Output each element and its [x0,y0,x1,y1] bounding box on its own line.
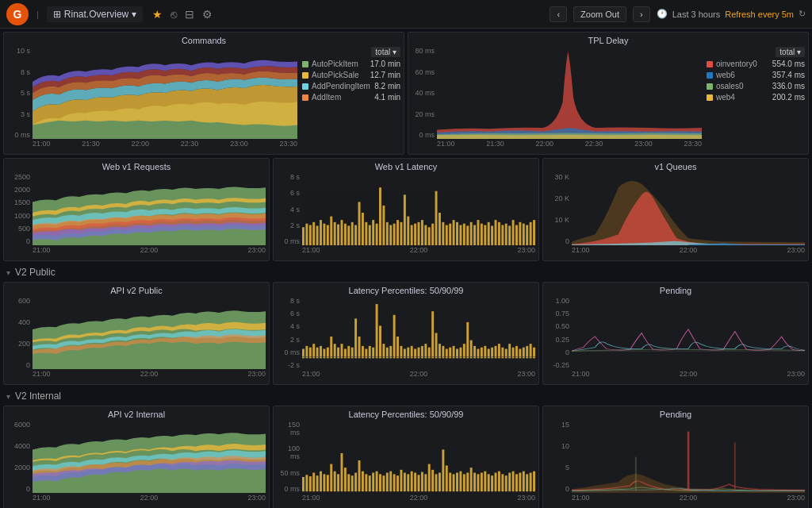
zoom-out-button[interactable]: Zoom Out [573,6,626,22]
svg-rect-168 [414,473,416,492]
nav-separator: | [36,10,39,19]
api-v2-int-xaxis: 21:00 22:00 23:00 [7,494,266,502]
svg-rect-102 [424,344,427,358]
svg-rect-167 [411,471,413,491]
svg-rect-46 [463,224,465,245]
v2-public-section-header[interactable]: ▾ V2 Public [3,264,809,280]
svg-rect-123 [498,344,500,358]
row-top: Commands 10 s 8 s 5 s 3 s 0 ms [3,32,809,155]
svg-rect-15 [354,225,357,245]
svg-rect-39 [439,213,441,245]
api-v2-pub-yaxis: 600 400 200 0 [7,297,33,369]
web-v1-lat-xaxis: 21:00 22:00 23:00 [277,246,535,254]
svg-rect-80 [347,346,350,358]
tpl-legend-total[interactable]: total ▾ [776,47,805,57]
svg-rect-181 [459,471,462,491]
svg-rect-155 [369,475,371,491]
svg-rect-151 [354,473,357,492]
lat-pct-pub-xaxis: 21:00 22:00 23:00 [277,370,535,378]
svg-rect-86 [369,346,371,358]
svg-rect-75 [330,337,332,358]
svg-rect-193 [501,474,504,491]
svg-rect-119 [484,346,486,358]
svg-rect-188 [484,471,486,491]
svg-rect-106 [439,344,441,358]
svg-rect-68 [305,346,308,358]
pending-pub-title: Pending [546,286,805,295]
svg-rect-26 [393,224,396,245]
svg-rect-24 [386,222,389,245]
svg-rect-60 [512,220,515,245]
row-v2-public: API v2 Public 600 400 200 0 [3,282,809,385]
svg-rect-201 [530,473,532,492]
zoom-prev-button[interactable]: ‹ [550,6,567,22]
svg-rect-2 [309,225,312,245]
svg-rect-65 [530,222,532,245]
pending-int-xaxis: 21:00 22:00 23:00 [546,494,805,502]
svg-rect-159 [382,475,385,491]
svg-rect-34 [421,220,423,245]
dashboard-body: Commands 10 s 8 s 5 s 3 s 0 ms [0,29,812,508]
svg-rect-7 [327,225,329,245]
svg-rect-8 [330,217,332,245]
web-v1-req-yaxis: 2500 2000 1500 1000 500 0 [7,173,33,245]
pending-int-yaxis: 15 10 5 0 [546,421,572,493]
svg-rect-116 [473,346,476,358]
svg-rect-89 [379,325,381,358]
svg-rect-59 [508,225,511,245]
svg-rect-173 [431,470,434,491]
svg-rect-19 [369,225,371,245]
svg-rect-140 [316,475,319,491]
svg-rect-40 [442,222,444,245]
favorite-icon[interactable]: ★ [152,8,163,21]
svg-rect-126 [508,344,511,358]
svg-rect-113 [463,344,465,358]
svg-rect-58 [505,224,508,245]
web-v1-latency-title: Web v1 Latency [277,162,535,171]
svg-rect-143 [327,475,329,491]
commands-legend-total[interactable]: total ▾ [371,47,400,57]
svg-rect-115 [470,341,473,359]
svg-rect-172 [428,464,431,492]
svg-rect-52 [484,225,486,245]
svg-rect-31 [411,225,413,245]
tpl-chart [437,47,702,139]
time-range-info: 🕐 Last 3 hours Refresh every 5m ↻ [657,9,806,19]
settings-icon[interactable]: ⚙ [202,8,213,21]
svg-rect-157 [376,471,378,491]
svg-rect-90 [382,344,385,358]
svg-rect-175 [439,473,441,492]
dashboard-grid-icon: ⊞ [53,9,61,20]
share-icon[interactable]: ⎋ [170,8,177,21]
grafana-logo[interactable]: G [6,3,29,25]
save-icon[interactable]: ⊟ [185,8,194,21]
web-v1-lat-yaxis: 8 s 6 s 4 s 2 s 0 ms [277,173,302,245]
latency-pct-internal-panel: Latency Percentiles: 50/90/99 150 ms 100… [273,406,539,508]
refresh-label[interactable]: Refresh every 5m [725,10,794,19]
row-v1: Web v1 Requests 2500 2000 1500 1000 500 … [3,158,809,261]
legend-item-addpendingitem: AddPendingItem 8.2 min [302,82,400,90]
svg-rect-138 [309,476,312,491]
svg-rect-94 [396,337,399,358]
svg-rect-63 [523,224,525,245]
svg-rect-72 [320,346,322,358]
svg-rect-194 [505,475,508,491]
v2-public-label: V2 Public [15,267,56,278]
svg-rect-197 [515,474,518,491]
dashboard-selector[interactable]: ⊞ Rinat.Overview ▾ [47,6,143,22]
v1-q-yaxis: 30 K 20 K 10 K 0 [546,173,572,245]
svg-rect-11 [341,220,343,245]
pending-int-title: Pending [546,410,805,419]
zoom-next-button[interactable]: › [633,6,650,22]
svg-rect-128 [515,346,518,358]
svg-rect-54 [491,225,493,245]
time-icon: 🕐 [657,9,668,19]
v2-internal-section-header[interactable]: ▾ V2 Internal [3,388,809,404]
svg-rect-190 [491,475,493,491]
commands-legend: total ▾ AutoPickItem 17.0 min AutoPickSa… [297,47,400,148]
api-v2-internal-panel: API v2 Internal 6000 4000 2000 0 [3,406,270,508]
svg-rect-56 [498,222,500,245]
svg-rect-158 [379,474,381,491]
refresh-icon[interactable]: ↻ [799,9,806,19]
svg-rect-160 [386,473,389,492]
